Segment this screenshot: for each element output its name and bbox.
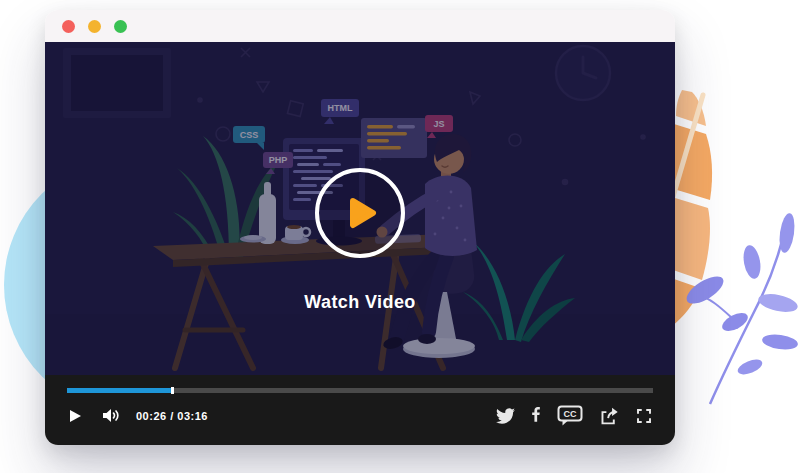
captions-icon: CC <box>557 405 583 426</box>
play-button[interactable] <box>67 408 83 424</box>
captions-button[interactable]: CC <box>557 405 583 426</box>
share-button[interactable] <box>599 406 619 426</box>
progress-fill <box>67 388 172 393</box>
page: CSS PHP HTML JS <box>0 0 806 473</box>
twitter-icon <box>496 408 515 424</box>
facebook-icon <box>531 407 541 425</box>
play-triangle-icon <box>332 185 388 241</box>
watch-video-play-button[interactable] <box>315 168 405 258</box>
purple-branch-decor <box>680 200 806 405</box>
twitter-button[interactable] <box>496 408 515 424</box>
fullscreen-button[interactable] <box>635 407 653 425</box>
fullscreen-icon <box>635 407 653 425</box>
volume-button[interactable] <box>101 407 121 424</box>
video-area[interactable]: CSS PHP HTML JS <box>45 42 675 375</box>
traffic-light-minimize[interactable] <box>88 20 101 33</box>
progress-playhead[interactable] <box>171 387 174 394</box>
player-controls: 00:26 / 03:16 <box>45 375 675 445</box>
browser-window: CSS PHP HTML JS <box>45 10 675 445</box>
share-icon <box>599 406 619 426</box>
window-titlebar <box>45 10 675 42</box>
volume-icon <box>101 407 121 424</box>
traffic-light-close[interactable] <box>62 20 75 33</box>
progress-bar[interactable] <box>67 388 653 393</box>
watch-video-label: Watch Video <box>304 292 415 313</box>
play-icon <box>67 408 83 424</box>
traffic-light-zoom[interactable] <box>114 20 127 33</box>
time-display: 00:26 / 03:16 <box>136 410 208 422</box>
captions-label: CC <box>564 409 577 419</box>
facebook-button[interactable] <box>531 407 541 425</box>
